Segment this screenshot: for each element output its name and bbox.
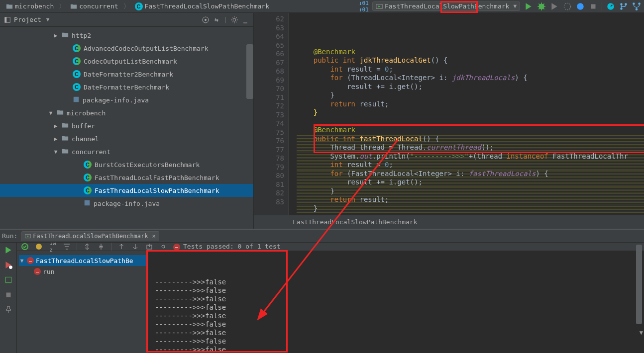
class-icon: C [135, 2, 143, 10]
scroll-down-icon[interactable]: ▼ [640, 329, 643, 336]
tree-row[interactable]: ▶CDateFormatter2Benchmark [0, 68, 253, 81]
line-number: 74 [254, 119, 284, 128]
svg-rect-7 [591, 4, 596, 8]
tree-row[interactable]: ▶package-info.java [0, 93, 253, 106]
sort-button[interactable]: ↓az [49, 243, 57, 251]
profile-button[interactable] [563, 2, 572, 11]
collapse-pane-icon[interactable]: ⎯ [241, 16, 249, 24]
svg-point-10 [638, 2, 641, 5]
svg-marker-4 [551, 3, 557, 10]
arrow-icon: ▶ [53, 32, 59, 39]
rerun-button[interactable] [4, 246, 13, 255]
tree-item-label: channel [72, 135, 99, 143]
code-area[interactable]: @Benchmark public int jdkThreadLocalGet(… [289, 13, 644, 215]
settings-icon[interactable] [159, 243, 167, 251]
tree-row[interactable]: ▼microbench [0, 106, 253, 119]
attach-button[interactable] [576, 2, 585, 11]
debug-button[interactable] [537, 2, 546, 11]
run-config-selector[interactable]: FastThreadLocalSlowPathBenchmark ▼ [372, 1, 520, 11]
stop-run-button[interactable] [4, 290, 13, 299]
editor-breadcrumb[interactable]: FastThreadLocalSlowPathBenchmark [254, 215, 644, 229]
expand-all-icon[interactable]: ⇆ [213, 16, 220, 24]
fail-icon: — [173, 244, 180, 251]
tree-row[interactable]: ▶buffer [0, 119, 253, 132]
line-number: 73 [254, 111, 284, 120]
svg-marker-20 [27, 236, 29, 237]
line-number: 80 [254, 172, 284, 180]
show-ignored-button[interactable] [35, 243, 43, 251]
folder-icon [57, 109, 64, 117]
tree-row[interactable]: ▶channel [0, 132, 253, 145]
gauge-icon[interactable] [606, 2, 615, 11]
breadcrumb-sep: 〉 [122, 2, 131, 11]
line-number: 66 [254, 50, 284, 59]
tree-row[interactable]: ▶CAdvancedCodecOutputListBenchmark [0, 42, 253, 55]
breadcrumb-class[interactable]: C FastThreadLocalSlowPathBenchmark [132, 1, 272, 11]
tree-row[interactable]: ▶CBurstCostExecutorsBenchmark [0, 158, 253, 171]
expand-all-button[interactable] [83, 243, 91, 251]
run-button[interactable] [524, 2, 533, 11]
test-tree-root[interactable]: ▼ — FastThreadLocalSlowPathBe [19, 255, 146, 266]
scrollbar[interactable] [636, 245, 642, 324]
tree-row[interactable]: ▶CFastThreadLocalFastPathBenchmark [0, 171, 253, 184]
editor-body[interactable]: 6263646566676869707172737475767778798081… [254, 13, 644, 215]
tree-row[interactable]: ▼concurrent [0, 145, 253, 158]
export-button[interactable] [145, 243, 153, 251]
scrollbar[interactable] [246, 44, 253, 99]
code-line: for (FastThreadLocal<Integer> i: fastThr… [297, 170, 644, 178]
class-icon: C [73, 57, 81, 65]
toggle-auto-test-button[interactable] [4, 275, 13, 284]
console-line: --------->>>false [155, 278, 638, 286]
pin-button[interactable] [4, 305, 13, 314]
class-icon: C [73, 70, 81, 78]
run-tab[interactable]: FastThreadLocalSlowPathBenchmark × [21, 231, 159, 241]
breadcrumb-label: microbench [15, 2, 54, 10]
breadcrumb-concurrent[interactable]: concurrent [67, 1, 121, 11]
tests-passed-status: —Tests passed: 0 of 1 test [173, 243, 281, 251]
test-tree-item[interactable]: — run [19, 266, 146, 277]
tree-item-label: BurstCostExecutorsBenchmark [95, 161, 200, 169]
code-line: public int jdkThreadLocalGet() { [297, 56, 644, 65]
console-line: --------->>>false [155, 337, 638, 346]
test-tree[interactable]: ▼ — FastThreadLocalSlowPathBe — run [17, 251, 149, 353]
next-button[interactable] [131, 243, 139, 251]
run-toolbar-top: ↓01↑01 FastThreadLocalSlowPathBenchmark … [359, 1, 641, 11]
close-icon[interactable]: × [152, 233, 156, 240]
tree-row[interactable]: ▶http2 [0, 29, 253, 42]
prev-button[interactable] [117, 243, 125, 251]
breadcrumb-microbench[interactable]: microbench [3, 1, 57, 11]
class-icon: C [84, 161, 92, 169]
svg-point-29 [162, 245, 165, 248]
class-icon: C [84, 186, 92, 194]
git-branch-icon[interactable] [619, 2, 628, 11]
run-coverage-button[interactable] [550, 2, 559, 11]
svg-point-9 [633, 2, 635, 5]
tree-row[interactable]: ▶package-info.java [0, 197, 253, 210]
stop-button[interactable] [589, 2, 598, 11]
dropdown-caret-icon[interactable]: ▼ [46, 16, 50, 23]
project-tree[interactable]: ▶http2▶CAdvancedCodecOutputListBenchmark… [0, 27, 253, 229]
test-tree-item-label: run [43, 268, 54, 275]
git-merge-icon[interactable] [632, 2, 641, 11]
target-icon[interactable] [202, 16, 210, 24]
settings-icon[interactable] [230, 16, 238, 24]
tree-row[interactable]: ▶CCodecOutputListBenchmark [0, 55, 253, 68]
tests-passed-label: Tests passed: 0 of 1 test [183, 243, 281, 250]
console-output[interactable]: --------->>>false--------->>>false------… [149, 251, 644, 353]
project-pane-title: Project [14, 16, 41, 23]
tree-item-label: AdvancedCodecOutputListBenchmark [84, 45, 208, 52]
update-icon[interactable]: ↓01↑01 [359, 2, 368, 11]
folder-icon [6, 3, 13, 10]
tree-item-label: buffer [72, 122, 95, 130]
tree-row[interactable]: ▶CDateFormatterBenchmark [0, 81, 253, 93]
tree-item-label: microbench [67, 109, 106, 117]
folder-icon [70, 3, 77, 10]
filter-button[interactable] [63, 243, 71, 251]
code-line: return result; [297, 100, 644, 109]
rerun-failed-button[interactable] [4, 261, 13, 269]
line-number: 71 [254, 93, 284, 102]
collapse-all-button[interactable] [97, 243, 105, 251]
show-passed-button[interactable] [21, 243, 29, 251]
tree-row[interactable]: ▶CFastThreadLocalSlowPathBenchmark [0, 184, 253, 197]
project-tool-icon [4, 16, 11, 23]
